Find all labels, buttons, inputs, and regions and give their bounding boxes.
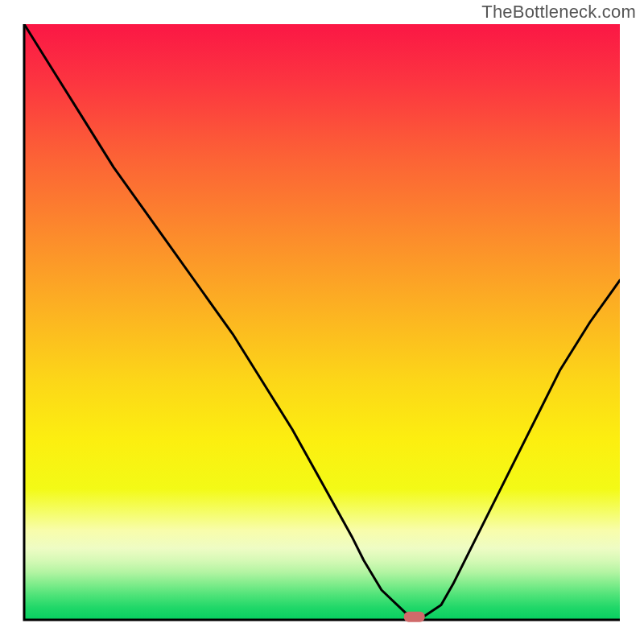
chart-container: TheBottleneck.com <box>0 0 644 644</box>
optimal-point-marker <box>404 612 425 622</box>
gradient-background <box>24 24 620 620</box>
watermark-text: TheBottleneck.com <box>481 2 636 23</box>
bottleneck-chart <box>0 0 644 644</box>
